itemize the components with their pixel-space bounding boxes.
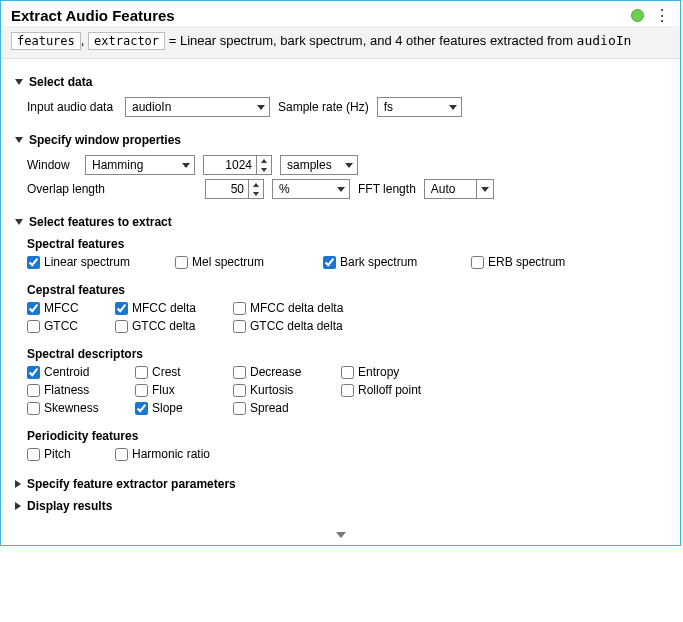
descriptor-checkbox-input[interactable] — [27, 402, 40, 415]
spectral-checkbox-group: Linear spectrumMel spectrumBark spectrum… — [27, 255, 666, 269]
overlap-label: Overlap length — [27, 182, 197, 196]
cepstral-checkbox[interactable]: GTCC — [27, 319, 97, 333]
status-indicator-icon — [631, 9, 644, 22]
panel-body: Select data Input audio data audioIn Sam… — [1, 59, 680, 525]
spectral-checkbox[interactable]: Bark spectrum — [323, 255, 453, 269]
cepstral-checkbox-input[interactable] — [27, 302, 40, 315]
cepstral-checkbox-input[interactable] — [27, 320, 40, 333]
descriptor-checkbox[interactable]: Crest — [135, 365, 215, 379]
descriptors-checkbox-group: CentroidCrestDecreaseEntropyFlatnessFlux… — [27, 365, 666, 415]
cepstral-checkbox-input[interactable] — [233, 320, 246, 333]
spin-up-icon[interactable] — [249, 180, 263, 189]
spectral-descriptors-heading: Spectral descriptors — [27, 347, 666, 361]
cepstral-checkbox[interactable]: GTCC delta delta — [233, 319, 373, 333]
spectral-checkbox[interactable]: Mel spectrum — [175, 255, 305, 269]
spectral-checkbox-label: ERB spectrum — [488, 255, 565, 269]
spectral-checkbox-input[interactable] — [471, 256, 484, 269]
extract-audio-features-panel: Extract Audio Features ⋮ features, extra… — [0, 0, 681, 546]
input-audio-select[interactable]: audioIn — [125, 97, 270, 117]
cepstral-checkbox[interactable]: MFCC — [27, 301, 97, 315]
cepstral-checkbox-input[interactable] — [115, 320, 128, 333]
descriptor-checkbox-label: Flux — [152, 383, 175, 397]
spectral-checkbox-label: Mel spectrum — [192, 255, 264, 269]
descriptor-checkbox-input[interactable] — [27, 384, 40, 397]
descriptor-checkbox-label: Centroid — [44, 365, 89, 379]
spectral-checkbox-label: Linear spectrum — [44, 255, 130, 269]
section-display-results[interactable]: Display results — [15, 499, 666, 513]
expand-panel-button[interactable] — [1, 525, 680, 545]
caret-right-icon — [15, 480, 21, 488]
descriptor-checkbox-label: Entropy — [358, 365, 399, 379]
spin-down-icon[interactable] — [249, 189, 263, 198]
descriptor-checkbox-input[interactable] — [135, 384, 148, 397]
window-unit-select[interactable]: samples — [280, 155, 358, 175]
descriptor-checkbox[interactable]: Spread — [233, 401, 323, 415]
descriptor-checkbox[interactable]: Entropy — [341, 365, 441, 379]
overlap-input[interactable] — [205, 179, 264, 199]
section-window-props[interactable]: Specify window properties — [15, 133, 666, 147]
cepstral-checkbox[interactable]: MFCC delta — [115, 301, 215, 315]
window-size-field[interactable] — [204, 156, 256, 174]
more-menu-button[interactable]: ⋮ — [654, 10, 670, 21]
fft-length-select[interactable]: Auto — [424, 179, 494, 199]
descriptor-checkbox[interactable]: Slope — [135, 401, 215, 415]
descriptor-checkbox-input[interactable] — [341, 366, 354, 379]
spectral-checkbox-input[interactable] — [175, 256, 188, 269]
periodicity-checkbox[interactable]: Pitch — [27, 447, 97, 461]
window-size-input[interactable] — [203, 155, 272, 175]
section-extractor-params[interactable]: Specify feature extractor parameters — [15, 477, 666, 491]
spectral-checkbox[interactable]: Linear spectrum — [27, 255, 157, 269]
title-bar: Extract Audio Features ⋮ — [1, 1, 680, 26]
descriptor-checkbox[interactable]: Centroid — [27, 365, 117, 379]
description-bar: features, extractor = Linear spectrum, b… — [1, 26, 680, 59]
periodicity-checkbox[interactable]: Harmonic ratio — [115, 447, 255, 461]
caret-down-icon — [15, 79, 23, 85]
descriptor-checkbox-label: Kurtosis — [250, 383, 293, 397]
window-props-content: Window Hamming samples Overlap length — [15, 155, 666, 209]
spin-up-icon[interactable] — [257, 156, 271, 165]
descriptor-checkbox-label: Rolloff point — [358, 383, 421, 397]
spin-down-icon[interactable] — [257, 165, 271, 174]
section-select-features[interactable]: Select features to extract — [15, 215, 666, 229]
descriptor-checkbox[interactable]: Rolloff point — [341, 383, 441, 397]
cepstral-checkbox[interactable]: MFCC delta delta — [233, 301, 373, 315]
spectral-checkbox-input[interactable] — [323, 256, 336, 269]
periodicity-features-heading: Periodicity features — [27, 429, 666, 443]
descriptor-checkbox-input[interactable] — [233, 402, 246, 415]
descriptor-checkbox-input[interactable] — [135, 366, 148, 379]
periodicity-checkbox-input[interactable] — [27, 448, 40, 461]
output-chip-extractor: extractor — [88, 32, 165, 50]
sample-rate-select[interactable]: fs — [377, 97, 462, 117]
cepstral-checkbox-label: MFCC — [44, 301, 79, 315]
descriptor-checkbox-label: Slope — [152, 401, 183, 415]
cepstral-checkbox[interactable]: GTCC delta — [115, 319, 215, 333]
descriptor-checkbox-input[interactable] — [233, 384, 246, 397]
descriptor-checkbox-input[interactable] — [341, 384, 354, 397]
periodicity-checkbox-input[interactable] — [115, 448, 128, 461]
descriptor-checkbox[interactable]: Decrease — [233, 365, 323, 379]
spectral-checkbox[interactable]: ERB spectrum — [471, 255, 601, 269]
window-type-select[interactable]: Hamming — [85, 155, 195, 175]
overlap-field[interactable] — [206, 180, 248, 198]
sample-rate-label: Sample rate (Hz) — [278, 100, 369, 114]
overlap-unit-select[interactable]: % — [272, 179, 350, 199]
cepstral-checkbox-label: GTCC — [44, 319, 78, 333]
caret-down-icon — [15, 219, 23, 225]
descriptor-checkbox[interactable]: Flatness — [27, 383, 117, 397]
descriptor-checkbox-input[interactable] — [233, 366, 246, 379]
descriptor-checkbox-input[interactable] — [135, 402, 148, 415]
section-select-data[interactable]: Select data — [15, 75, 666, 89]
cepstral-checkbox-input[interactable] — [233, 302, 246, 315]
chevron-down-icon — [337, 187, 345, 192]
descriptor-checkbox[interactable]: Skewness — [27, 401, 117, 415]
select-data-content: Input audio data audioIn Sample rate (Hz… — [15, 97, 666, 127]
descriptor-checkbox[interactable]: Flux — [135, 383, 215, 397]
descriptor-checkbox-input[interactable] — [27, 366, 40, 379]
panel-title: Extract Audio Features — [11, 7, 175, 24]
cepstral-checkbox-group: MFCCMFCC deltaMFCC delta deltaGTCCGTCC d… — [27, 301, 666, 333]
descriptor-checkbox[interactable]: Kurtosis — [233, 383, 323, 397]
cepstral-checkbox-label: GTCC delta delta — [250, 319, 343, 333]
cepstral-checkbox-label: GTCC delta — [132, 319, 195, 333]
cepstral-checkbox-input[interactable] — [115, 302, 128, 315]
spectral-checkbox-input[interactable] — [27, 256, 40, 269]
